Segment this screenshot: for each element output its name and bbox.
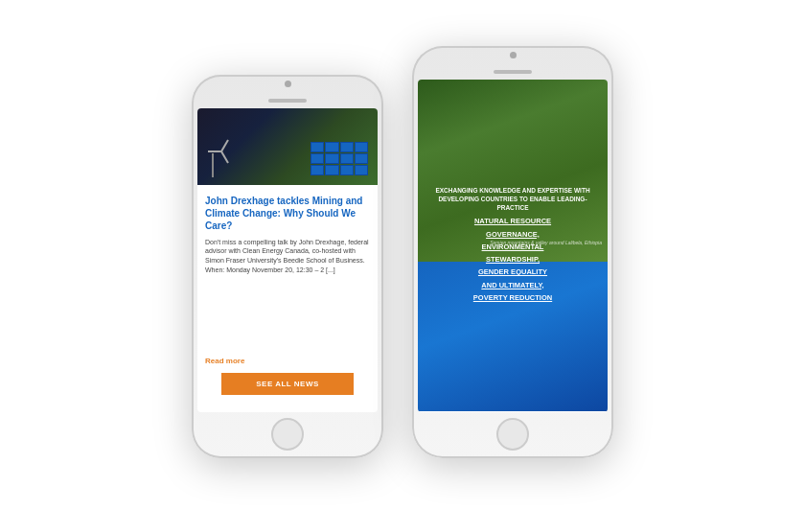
highlight-poverty: POVERTY REDUCTION: [426, 292, 600, 303]
phone-left: John Drexhage tackles Mining and Climate…: [192, 75, 383, 458]
wind-turbine-icon: [212, 153, 214, 177]
highlight-ultimately: AND ULTIMATELY,: [426, 280, 600, 290]
speaker-right: [494, 70, 532, 74]
front-camera-left: [285, 81, 291, 87]
right-overlay: EXCHANGING KNOWLEDGE AND EXPERTISE WITH …: [418, 80, 608, 412]
home-button-right[interactable]: [496, 418, 529, 451]
article-title: John Drexhage tackles Mining and Climate…: [205, 195, 370, 232]
solar-panel-icon: [310, 142, 368, 175]
speaker-left: [268, 99, 307, 103]
photo-caption: Semien mountains & valley around Lalibel…: [490, 240, 602, 245]
scene: John Drexhage tackles Mining and Climate…: [0, 0, 805, 532]
highlight-natural-resource: NATURAL RESOURCE: [426, 216, 600, 226]
article-body: Don't miss a compelling talk by John Dre…: [205, 238, 370, 351]
article-image: [197, 108, 378, 185]
highlight-gender: GENDER EQUALITY: [426, 266, 600, 277]
highlight-governance: GOVERNANCE,: [426, 229, 600, 240]
article-content: John Drexhage tackles Mining and Climate…: [197, 185, 378, 412]
overlay-intro-text: EXCHANGING KNOWLEDGE AND EXPERTISE WITH …: [426, 186, 600, 212]
front-camera-right: [510, 52, 517, 58]
home-button-left[interactable]: [271, 418, 304, 451]
read-more-link[interactable]: Read more: [205, 357, 370, 365]
screen-left: John Drexhage tackles Mining and Climate…: [197, 108, 378, 412]
highlight-stewardship: STEWARDSHIP,: [426, 254, 600, 265]
screen-right: EXCHANGING KNOWLEDGE AND EXPERTISE WITH …: [418, 80, 608, 412]
see-all-button[interactable]: SEE ALL NEWS: [221, 373, 354, 395]
phone-right: EXCHANGING KNOWLEDGE AND EXPERTISE WITH …: [412, 46, 613, 458]
